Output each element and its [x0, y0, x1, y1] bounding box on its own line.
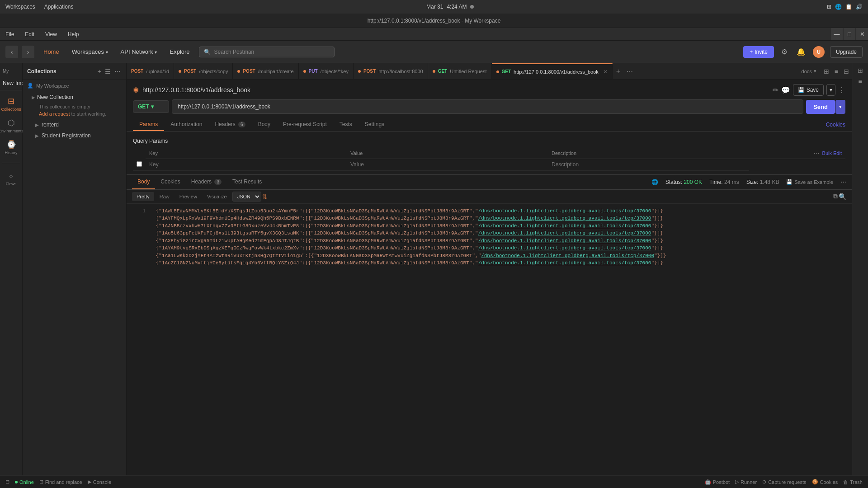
cookies-status-btn[interactable]: 🍪 Cookies: [812, 479, 838, 485]
minimize-btn[interactable]: —: [831, 28, 843, 40]
api-network-btn[interactable]: API Network ▾: [117, 47, 161, 57]
settings-btn[interactable]: ⚙: [779, 46, 789, 58]
sidebar-item-history[interactable]: ⌚ History: [1, 137, 21, 157]
docs-btn[interactable]: docs ▾: [797, 68, 821, 74]
trash-btn[interactable]: 🗑 Trash: [843, 479, 863, 485]
console-btn[interactable]: ▶ Console: [88, 479, 111, 485]
new-collection-header[interactable]: ▶ New Collection: [23, 91, 126, 103]
workspace-label[interactable]: 👤 My Workspace: [23, 80, 126, 91]
tab-add-btn[interactable]: +: [613, 67, 624, 75]
save-example-btn[interactable]: 💾 Save as Example: [786, 179, 833, 185]
fmt-tab-preview[interactable]: Preview: [175, 192, 202, 201]
res-tab-headers[interactable]: Headers 3: [186, 175, 227, 189]
tab-address-book[interactable]: GET http://127.0.0.1:8000/v1/address_boo…: [492, 63, 613, 80]
res-tab-test-results[interactable]: Test Results: [227, 175, 267, 189]
close-btn[interactable]: ✕: [856, 28, 868, 40]
sidebar-item-environments[interactable]: ⬡ Environments: [1, 116, 21, 136]
add-collection-btn[interactable]: +: [97, 67, 102, 76]
sidebar-item-flows[interactable]: ⬦ Flows: [1, 169, 21, 188]
value-input[interactable]: [350, 161, 544, 168]
os-workspaces[interactable]: Workspaces: [5, 4, 35, 10]
home-btn[interactable]: Home: [40, 47, 63, 57]
copy-btn[interactable]: ⧉: [833, 192, 838, 200]
comment-btn[interactable]: 💬: [781, 86, 790, 94]
avatar[interactable]: U: [813, 46, 825, 58]
invite-btn[interactable]: + Invite: [743, 46, 774, 58]
more-request-btn[interactable]: ⋮: [838, 86, 845, 94]
request-title-area: ✱ http://127.0.0.1:8000/v1/address_book: [133, 86, 250, 94]
add-request-link[interactable]: Add a request: [39, 111, 70, 117]
fmt-tab-raw[interactable]: Raw: [155, 192, 174, 201]
runner-btn[interactable]: ▷ Runner: [735, 479, 757, 485]
tab-overflow-btn[interactable]: ⋯: [624, 68, 636, 75]
save-btn[interactable]: 💾 Save: [793, 84, 824, 96]
sort-collection-btn[interactable]: ☰: [104, 67, 112, 76]
filter-btn[interactable]: ⇅: [262, 193, 268, 200]
edit-btn[interactable]: ✏: [773, 86, 778, 94]
postbot-btn[interactable]: 🤖 Postbot: [705, 479, 730, 485]
online-status[interactable]: Online: [15, 479, 34, 485]
menu-help[interactable]: Help: [66, 30, 81, 38]
tab-upload[interactable]: POST /upload/:id: [127, 63, 174, 80]
bootcamp-btn[interactable]: ⊟: [5, 479, 9, 485]
cookies-link[interactable]: Cookies: [826, 119, 845, 131]
tab-objects-copy[interactable]: POST /objects/copy: [174, 63, 233, 80]
req-tab-settings[interactable]: Settings: [359, 118, 391, 131]
collection-renterd[interactable]: ▶ renterd: [23, 119, 126, 130]
tab-multipart[interactable]: POST /multipart/create: [233, 63, 298, 80]
new-btn[interactable]: New: [3, 80, 14, 86]
upgrade-btn[interactable]: Upgrade: [830, 46, 863, 58]
tab-close-7[interactable]: ✕: [603, 69, 608, 75]
sidebar-item-collections[interactable]: ⊟ Collections: [1, 94, 21, 114]
tab-untitled[interactable]: GET Untitled Request: [428, 63, 492, 80]
more-collection-btn[interactable]: ⋯: [113, 67, 122, 76]
workspaces-btn[interactable]: Workspaces ▾: [68, 47, 112, 57]
empty-checkbox[interactable]: [137, 161, 142, 167]
desc-input[interactable]: [552, 161, 745, 168]
req-tab-body[interactable]: Body: [252, 118, 277, 131]
send-dropdown-btn[interactable]: ▾: [835, 100, 845, 114]
save-dropdown-btn[interactable]: ▾: [826, 84, 835, 96]
req-tab-pre-request[interactable]: Pre-request Script: [277, 118, 333, 131]
menu-file[interactable]: File: [4, 30, 16, 38]
res-tab-cookies[interactable]: Cookies: [155, 175, 185, 189]
req-tab-authorization[interactable]: Authorization: [164, 118, 208, 131]
method-select[interactable]: GET ▾: [133, 100, 169, 113]
send-btn[interactable]: Send: [806, 100, 835, 114]
right-sidebar-btn-1[interactable]: ⊞: [858, 67, 863, 74]
menu-view[interactable]: View: [43, 30, 59, 38]
req-tab-tests[interactable]: Tests: [333, 118, 359, 131]
layout-btn-1[interactable]: ⊞: [821, 68, 832, 75]
renterd-chevron: ▶: [35, 122, 39, 127]
fmt-tab-pretty[interactable]: Pretty: [132, 192, 154, 201]
bulk-edit-btn[interactable]: Bulk Edit: [822, 150, 842, 156]
capture-btn[interactable]: ⊙ Capture requests: [762, 479, 806, 485]
search-res-btn[interactable]: 🔍: [839, 193, 846, 200]
find-replace-btn[interactable]: ⊡ Find and replace: [39, 479, 82, 485]
url-input[interactable]: [172, 99, 803, 114]
maximize-btn[interactable]: □: [844, 28, 855, 40]
layout-btn-3[interactable]: ⊟: [841, 68, 852, 75]
forward-btn[interactable]: ›: [22, 46, 34, 58]
fmt-tab-visualize[interactable]: Visualize: [203, 192, 231, 201]
collection-student-registration[interactable]: ▶ Student Registration: [23, 130, 126, 141]
req-tab-params[interactable]: Params: [133, 118, 164, 131]
os-applications[interactable]: Applications: [44, 4, 74, 10]
right-sidebar-btn-2[interactable]: ≡: [858, 78, 862, 85]
explore-btn[interactable]: Explore: [166, 47, 193, 57]
response-line-6: {"1AYAM9tvqSRxEbDSjAqzXEFqGCzRwqFovWk4tx…: [132, 244, 846, 252]
menu-edit[interactable]: Edit: [23, 30, 36, 38]
tabs-bar: POST /upload/:id POST /objects/copy POST…: [127, 63, 852, 80]
params-more-btn[interactable]: ⋯: [813, 150, 820, 157]
back-btn[interactable]: ‹: [5, 46, 18, 58]
notifications-btn[interactable]: 🔔: [795, 46, 807, 58]
tab-objects-key[interactable]: PUT /objects/*key: [299, 63, 354, 80]
res-tab-body[interactable]: Body: [132, 175, 155, 189]
req-tab-headers[interactable]: Headers 6: [208, 118, 251, 131]
search-bar[interactable]: 🔍 Search Postman: [199, 47, 335, 57]
format-select[interactable]: JSON: [232, 192, 261, 202]
tab-localhost[interactable]: POST http://localhost:8000: [354, 63, 428, 80]
res-more-btn[interactable]: ⋯: [840, 178, 846, 185]
layout-btn-2[interactable]: ≡: [832, 68, 841, 75]
key-input[interactable]: [149, 161, 343, 168]
